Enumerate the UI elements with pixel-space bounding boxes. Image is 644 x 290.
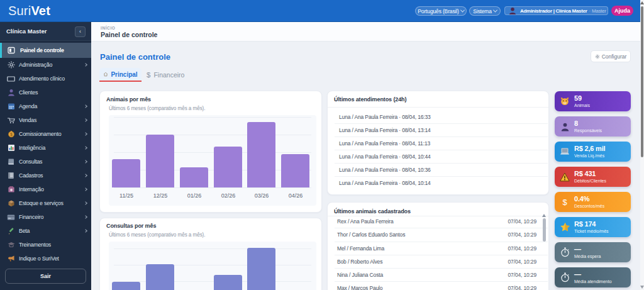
svg-text:$: $ — [10, 132, 13, 137]
